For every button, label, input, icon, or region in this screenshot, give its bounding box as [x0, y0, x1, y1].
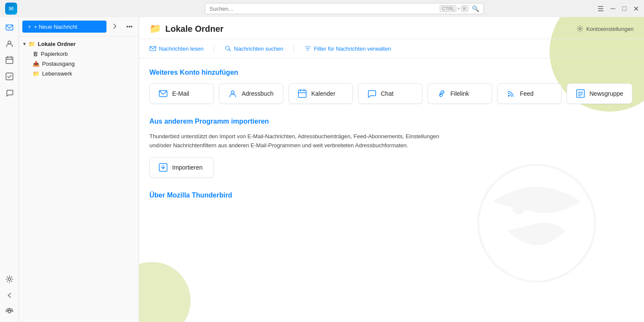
- add-newsgroup-card[interactable]: Newsgruppe: [567, 83, 632, 104]
- svg-rect-6: [6, 73, 13, 80]
- folder-toolbar: ＋ + Neue Nachricht •••: [19, 17, 139, 36]
- window-controls: ☰ ─ □ ✕: [598, 5, 639, 13]
- about-section: Über Mozilla Thunderbird: [149, 191, 634, 199]
- ctrl-kbd: CTRL: [440, 5, 456, 12]
- feed-card-label: Feed: [520, 90, 534, 97]
- add-calendar-card[interactable]: Kalender: [289, 83, 353, 104]
- svg-point-7: [8, 278, 11, 280]
- sidebar-item-settings[interactable]: [3, 272, 16, 286]
- filter-messages-link[interactable]: Filter für Nachrichten verwalten: [304, 45, 391, 52]
- svg-point-24: [508, 95, 510, 97]
- collapse-sidebar-button[interactable]: [109, 21, 121, 33]
- sidebar-item-tasks[interactable]: [3, 70, 16, 83]
- search-messages-label: Nachrichten suchen: [234, 46, 283, 52]
- outbox-icon: 📤: [33, 61, 39, 67]
- close-button[interactable]: ✕: [633, 5, 639, 13]
- sidebar-icons: [0, 17, 19, 322]
- filelink-card-label: Filelink: [450, 90, 469, 97]
- sidebar-item-contacts[interactable]: [3, 37, 16, 51]
- sidebar-item-radio[interactable]: [3, 305, 16, 319]
- add-email-card[interactable]: E-Mail: [149, 83, 214, 104]
- import-section: Aus anderem Programm importieren Thunder…: [149, 118, 634, 178]
- lebenswerk-icon: 📁: [33, 70, 39, 77]
- tree-item-outbox[interactable]: 📤 Postausgang: [19, 59, 139, 69]
- newsgroup-card-label: Newsgruppe: [589, 90, 623, 97]
- trash-icon: 🗑: [33, 51, 38, 57]
- search-bar: CTRL + K 🔍: [205, 3, 484, 14]
- folder-label: Lokale Ordner: [38, 41, 76, 47]
- main-header: 📁 Lokale Ordner Kontoeinstellungen: [139, 17, 644, 39]
- lebenswerk-label: Lebenswerk: [42, 70, 72, 77]
- tree-item-lebenswerk[interactable]: 📁 Lebenswerk: [19, 69, 139, 79]
- add-filelink-card[interactable]: Filelink: [428, 83, 492, 104]
- svg-point-8: [8, 310, 11, 313]
- folder-more-button[interactable]: •••: [124, 21, 135, 32]
- read-messages-label: Nachrichten lesen: [159, 46, 204, 52]
- add-chat-card[interactable]: Chat: [358, 83, 422, 104]
- import-card[interactable]: Importieren: [149, 157, 214, 178]
- import-section-title: Aus anderem Programm importieren: [149, 118, 634, 125]
- sidebar-item-calendar[interactable]: [3, 53, 16, 67]
- k-kbd: K: [461, 5, 468, 12]
- addressbook-card-label: Adressbuch: [242, 90, 273, 97]
- search-icon[interactable]: 🔍: [472, 5, 479, 12]
- svg-line-14: [229, 50, 231, 52]
- account-settings-button[interactable]: Kontoeinstellungen: [577, 25, 634, 32]
- filter-messages-label: Filter für Nachrichten verwalten: [314, 46, 391, 52]
- import-description: Thunderbird unterstützt den Import von E…: [149, 132, 450, 150]
- app-icon: ✉: [5, 3, 17, 15]
- about-title: Über Mozilla Thunderbird: [149, 191, 634, 199]
- main-actions: Nachrichten lesen Nachrichten suchen Fil…: [139, 39, 644, 58]
- minimize-button[interactable]: ─: [611, 5, 615, 13]
- page-title-icon: 📁: [149, 23, 161, 34]
- calendar-card-label: Kalender: [311, 90, 335, 97]
- tree-item-local-folders[interactable]: ▾ 📁 Lokale Ordner: [19, 39, 139, 49]
- page-title-row: 📁 Lokale Ordner: [149, 23, 224, 34]
- new-message-label: + Neue Nachricht: [34, 24, 77, 30]
- account-cards-grid: E-Mail Adressbuch Kalender: [149, 83, 634, 104]
- new-message-button[interactable]: ＋ + Neue Nachricht: [22, 21, 106, 33]
- import-cards: Importieren: [149, 157, 634, 178]
- chat-card-label: Chat: [381, 90, 394, 97]
- svg-point-19: [231, 91, 234, 94]
- account-settings-label: Kontoeinstellungen: [586, 26, 634, 32]
- titlebar: ✉ CTRL + K 🔍 ☰ ─ □ ✕: [0, 0, 644, 17]
- read-messages-link[interactable]: Nachrichten lesen: [149, 45, 204, 52]
- folder-panel: ＋ + Neue Nachricht ••• ▾ 📁 Lokale Ordner…: [19, 17, 139, 322]
- add-feed-card[interactable]: Feed: [497, 83, 562, 104]
- folder-icon: 📁: [28, 41, 35, 47]
- app-body: ＋ + Neue Nachricht ••• ▾ 📁 Lokale Ordner…: [0, 17, 644, 322]
- search-input[interactable]: [210, 6, 440, 12]
- kbd-plus: +: [457, 6, 460, 11]
- new-message-icon: ＋: [27, 23, 32, 30]
- sidebar-item-collapse[interactable]: [3, 289, 16, 302]
- svg-point-11: [579, 28, 581, 30]
- maximize-button[interactable]: □: [622, 5, 626, 13]
- folder-tree: ▾ 📁 Lokale Ordner 🗑 Papierkorb 📤 Postaus…: [19, 36, 139, 81]
- import-card-label: Importieren: [172, 164, 203, 171]
- menu-icon[interactable]: ☰: [598, 5, 604, 13]
- add-addressbook-card[interactable]: Adressbuch: [219, 83, 283, 104]
- page-title: Lokale Ordner: [165, 24, 224, 34]
- search-messages-link[interactable]: Nachrichten suchen: [225, 45, 283, 52]
- email-card-label: E-Mail: [172, 90, 189, 97]
- add-account-title: Weiteres Konto hinzufügen: [149, 69, 634, 76]
- trash-label: Papierkorb: [41, 51, 68, 57]
- svg-rect-25: [577, 90, 584, 97]
- more-icon: •••: [126, 23, 133, 30]
- svg-rect-20: [298, 90, 306, 97]
- add-account-section: Weiteres Konto hinzufügen E-Mail Adressb…: [149, 69, 634, 104]
- outbox-label: Postausgang: [42, 61, 75, 67]
- main-content: 📁 Lokale Ordner Kontoeinstellungen Nachr…: [139, 17, 644, 322]
- tree-item-trash[interactable]: 🗑 Papierkorb: [19, 49, 139, 59]
- main-body: Weiteres Konto hinzufügen E-Mail Adressb…: [139, 58, 644, 210]
- tree-chevron: ▾: [23, 41, 26, 47]
- action-separator-2: [294, 45, 294, 52]
- svg-rect-2: [6, 57, 13, 64]
- sidebar-item-mail[interactable]: [3, 21, 16, 34]
- action-separator-1: [214, 45, 214, 52]
- deco-circle-bottom: [139, 262, 191, 322]
- sidebar-item-chat[interactable]: [3, 86, 16, 100]
